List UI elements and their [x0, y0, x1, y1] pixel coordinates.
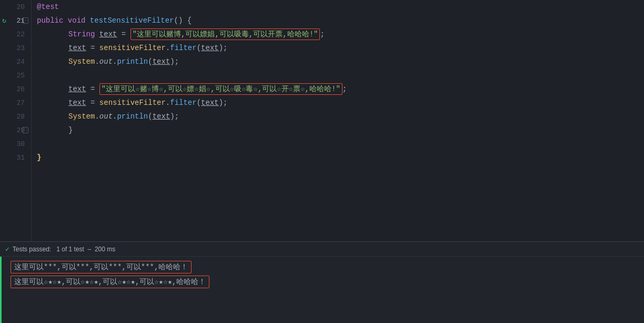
- out-field-28: out: [99, 112, 113, 121]
- code-container: 20 ↻ 21 − 22 23 24 25 26 27 28 □ 29 30 3…: [0, 0, 644, 241]
- output-box-2: 这里可以☆★☆★,可以☆★☆★,可以☆★☆★,可以☆★☆★,哈哈哈！: [11, 276, 209, 288]
- class-ref-23: sensitiveFilter: [99, 44, 166, 52]
- code-line-30: [32, 137, 644, 151]
- line-num-28: 28: [0, 110, 31, 123]
- code-line-25: [32, 68, 644, 82]
- output-text-1: 这里可以***,可以***,可以***,可以***,哈哈哈！: [14, 263, 188, 271]
- var-text-arg-23: text: [201, 44, 219, 52]
- method-close-brace: }: [68, 126, 73, 134]
- var-text-22: text: [99, 30, 117, 38]
- line-num-29: □ 29: [0, 123, 31, 137]
- method-name: testSensitiveFilter: [90, 16, 174, 25]
- line-num-21: ↻ 21 −: [0, 14, 31, 27]
- brace-open: {: [187, 16, 192, 25]
- code-line-24: System . out . println ( text );: [32, 55, 644, 68]
- var-text-23: text: [68, 44, 86, 52]
- output-text-2: 这里可以☆★☆★,可以☆★☆★,可以☆★☆★,可以☆★☆★,哈哈哈！: [14, 278, 206, 286]
- code-line-26: text = "这里可以☆赌☆博☆,可以☆嫖☆娼☆,可以☆吸☆毒☆,可以☆开☆票…: [32, 82, 644, 96]
- paren-open: (): [174, 16, 183, 25]
- println-24: println: [117, 57, 148, 66]
- code-line-21: public void testSensitiveFilter () {: [32, 14, 644, 27]
- string-content-26: "这里可以☆赌☆博☆,可以☆嫖☆娼☆,可以☆吸☆毒☆,可以☆开☆票☆,哈哈哈!": [102, 85, 340, 93]
- line-num-20: 20: [0, 0, 31, 14]
- fold-icon-21[interactable]: −: [22, 17, 28, 24]
- test-count: 1 of 1 test: [56, 246, 84, 253]
- test-label: Tests passed:: [13, 246, 51, 253]
- code-line-31: }: [32, 151, 644, 164]
- method-filter-27: filter: [170, 99, 196, 107]
- code-line-20: @test: [32, 0, 644, 14]
- line-num-31: 31: [0, 151, 31, 164]
- output-box-1: 这里可以***,可以***,可以***,可以***,哈哈哈！: [11, 261, 192, 273]
- system-class-28: System: [68, 112, 95, 121]
- string-content-22: "这里可以赌博,可以嫖娼,可以吸毒,可以开票,哈哈哈!": [133, 30, 318, 38]
- string-literal-26: "这里可以☆赌☆博☆,可以☆嫖☆娼☆,可以☆吸☆毒☆,可以☆开☆票☆,哈哈哈!": [99, 83, 343, 95]
- code-line-27: text = sensitiveFilter . filter ( text )…: [32, 96, 644, 110]
- output-area: 这里可以***,可以***,可以***,可以***,哈哈哈！ 这里可以☆★☆★,…: [0, 257, 644, 323]
- var-text-arg-28: text: [153, 112, 170, 121]
- test-status-text: Tests passed: 1 of 1 test – 200 ms: [13, 246, 115, 253]
- string-literal-22: "这里可以赌博,可以嫖娼,可以吸毒,可以开票,哈哈哈!": [130, 28, 320, 40]
- fold-icon-29: □: [22, 127, 28, 133]
- println-28: println: [117, 112, 148, 121]
- class-ref-27: sensitiveFilter: [99, 99, 166, 107]
- line-num-24: 24: [0, 55, 31, 68]
- out-field-24: out: [99, 57, 113, 66]
- test-status-bar: ✓ Tests passed: 1 of 1 test – 200 ms: [0, 242, 644, 257]
- output-line-1: 这里可以***,可以***,可以***,可以***,哈哈哈！: [11, 260, 639, 275]
- output-line-2: 这里可以☆★☆★,可以☆★☆★,可以☆★☆★,可以☆★☆★,哈哈哈！: [11, 275, 639, 289]
- code-line-22: String text = "这里可以赌博,可以嫖娼,可以吸毒,可以开票,哈哈哈…: [32, 27, 644, 41]
- run-icon[interactable]: ↻: [2, 16, 6, 25]
- var-text-arg-24: text: [153, 57, 170, 66]
- line-gutter: 20 ↻ 21 − 22 23 24 25 26 27 28 □ 29 30 3…: [0, 0, 32, 241]
- line-num-27: 27: [0, 96, 31, 110]
- code-line-23: text = sensitiveFilter . filter ( text )…: [32, 41, 644, 55]
- editor-area: 20 ↻ 21 − 22 23 24 25 26 27 28 □ 29 30 3…: [0, 0, 644, 241]
- system-class-24: System: [68, 57, 95, 66]
- code-line-28: System . out . println ( text );: [32, 110, 644, 123]
- left-accent-bar: [0, 257, 2, 323]
- semicolon-22: ;: [320, 30, 324, 38]
- annotation-tag: @test: [37, 3, 59, 11]
- method-filter-23: filter: [170, 44, 196, 52]
- line-num-30: 30: [0, 137, 31, 151]
- var-text-arg-27: text: [201, 99, 219, 107]
- line-num-26: 26: [0, 82, 31, 96]
- line-num-22: 22: [0, 27, 31, 41]
- var-text-27: text: [68, 99, 86, 107]
- keyword-public: public: [37, 16, 63, 25]
- code-lines: @test public void testSensitiveFilter ()…: [32, 0, 644, 241]
- keyword-string-22: String: [68, 30, 95, 38]
- output-content: 这里可以***,可以***,可以***,可以***,哈哈哈！ 这里可以☆★☆★,…: [5, 260, 639, 289]
- line-num-25: 25: [0, 68, 31, 82]
- test-passed-icon: ✓: [5, 245, 9, 253]
- line-num-23: 23: [0, 41, 31, 55]
- var-text-26: text: [68, 85, 86, 93]
- code-line-29: }: [32, 123, 644, 137]
- test-duration: 200 ms: [95, 246, 115, 253]
- class-close-brace: }: [37, 153, 41, 162]
- keyword-void: void: [68, 16, 86, 25]
- bottom-panel: ✓ Tests passed: 1 of 1 test – 200 ms 这里可…: [0, 241, 644, 323]
- semicolon-26: ;: [343, 85, 347, 93]
